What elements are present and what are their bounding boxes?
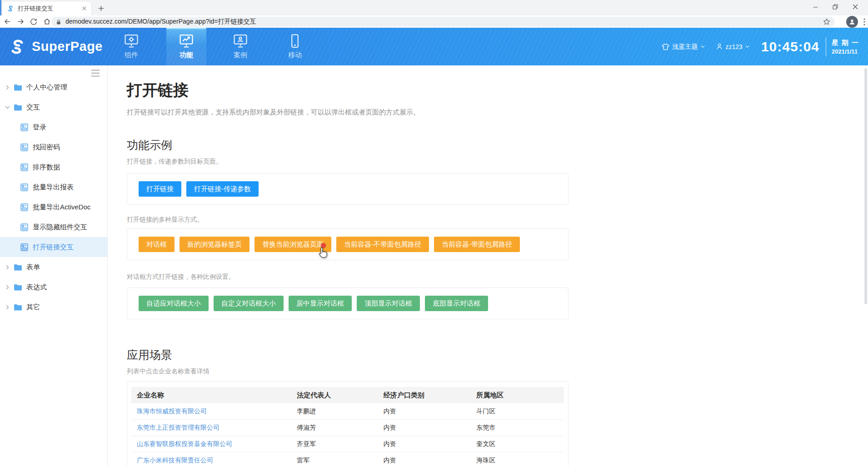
open-link-button[interactable]: 打开链接 [139,181,181,197]
folder-icon [14,283,22,291]
user-menu[interactable]: zz123 [716,43,749,50]
chevron-right-icon [6,85,10,90]
bookmark-star-icon[interactable] [823,18,830,25]
open-link-card: 打开链接 打开链接-传递参数 [127,173,569,205]
sidebar-item-recover-password[interactable]: 找回密码 [0,137,107,157]
table-row: 珠海市恒威投资有限公司 李鹏进 内资 斗门区 [131,403,564,420]
cell-economic-type: 内资 [378,424,471,432]
tab-components-label: 组件 [125,51,138,59]
restore-icon[interactable] [825,0,845,14]
username: zz123 [726,43,743,50]
url-bar[interactable]: demodev.succez.com/DEMO/app/SuperPage.ap… [51,17,835,27]
col-legal-representative: 法定代表人 [291,391,378,400]
col-company-name: 企业名称 [131,391,291,400]
sidebar-item-batch-export-activedoc[interactable]: 批量导出ActiveDoc [0,197,107,217]
window-close-icon[interactable] [845,0,865,14]
cell-legal-rep: 雷军 [291,456,378,465]
date-block: 星期一 2021/1/11 [832,39,862,55]
cell-region: 斗门区 [471,407,564,416]
refresh-icon[interactable] [28,16,40,27]
user-icon [716,43,723,50]
sidebar-group-form[interactable]: 表单 [0,257,107,277]
cell-economic-type: 内资 [378,456,471,465]
section-feature-heading: 功能示例 [127,138,569,153]
mobile-phone-icon [287,34,303,49]
sidebar-group-personal-center[interactable]: 个人中心管理 [0,77,107,97]
current-container-no-breadcrumb-button[interactable]: 当前容器-不带面包屑路径 [336,237,429,252]
profile-avatar[interactable] [846,16,858,28]
replace-current-page-button[interactable]: 替换当前浏览器页面 [254,237,331,252]
col-region: 所属地区 [471,391,564,400]
weekday: 星期一 [832,39,862,47]
browser-menu-icon[interactable] [863,18,865,25]
center-dialog-button[interactable]: 居中显示对话框 [289,296,352,311]
tab-cases[interactable]: 案例 [220,28,260,65]
page-icon [20,183,28,191]
sidebar-item-batch-export-report[interactable]: 批量导出报表 [0,177,107,197]
chevron-right-icon [6,285,10,290]
browser-toolbar: demodev.succez.com/DEMO/app/SuperPage.ap… [0,15,868,28]
chevron-right-icon [6,305,10,310]
company-table-card: 企业名称 法定代表人 经济户口类别 所属地区 珠海市恒威投资有限公司 李鹏进 内… [127,381,569,466]
folder-icon [14,263,22,271]
table-row: 山东赛智联股权投资基金有限公司 齐亚军 内资 奎文区 [131,436,564,452]
url-text: demodev.succez.com/DEMO/app/SuperPage.ap… [65,18,823,26]
sidebar-collapse-icon[interactable] [91,69,100,77]
tab-mobile[interactable]: 移动 [275,28,315,65]
theme-selector[interactable]: 浅蓝主题 [661,43,705,51]
forward-icon[interactable] [15,16,26,27]
sidebar-item-login[interactable]: 登录 [0,117,107,137]
auto-fit-dialog-button[interactable]: 自适应对话框大小 [139,296,209,311]
open-link-desc: 打开链接，传递参数到目标页面。 [127,158,569,166]
page-scrollbar[interactable] [864,68,867,304]
sidebar-group-expression[interactable]: 表达式 [0,277,107,297]
chevron-down-icon [6,105,10,110]
company-link[interactable]: 山东赛智联股权投资基金有限公司 [131,440,291,448]
sidebar-item-sort-data[interactable]: 排序数据 [0,157,107,177]
minimize-icon[interactable] [805,0,825,14]
sidebar: 个人中心管理 交互 登录 找回密码 排序数据 批量导出报表 批量导出Active… [0,65,108,466]
top-dialog-button[interactable]: 顶部显示对话框 [357,296,420,311]
monitor-chart-icon [178,34,195,49]
window-edge-accent [0,0,1,15]
monitor-gear-icon [123,34,140,49]
tab-components[interactable]: 组件 [111,28,151,65]
open-link-with-params-button[interactable]: 打开链接-传递参数 [186,181,259,197]
dialog-button[interactable]: 对话框 [139,237,175,252]
folder-icon [14,84,22,91]
new-tab-icon[interactable] [96,4,105,13]
app-header: SuperPage 组件 功能 案例 移动 浅蓝主题 [0,28,868,65]
page-icon [20,203,28,211]
chevron-down-icon [745,45,749,48]
current-container-with-breadcrumb-button[interactable]: 当前容器-带面包屑路径 [434,237,520,252]
company-link[interactable]: 东莞市上正投资管理有限公司 [131,424,291,432]
theme-shirt-icon [661,43,670,51]
tab-title: 打开链接交互 [18,5,80,13]
page-intro: 打开链接可以打开其他资源，支持系统内部对象及外部链接，可以以弹出框或者页面的方式… [127,108,569,117]
cell-legal-rep: 李鹏进 [291,407,378,416]
dialog-options-card: 自适应对话框大小 自定义对话框大小 居中显示对话框 顶部显示对话框 底部显示对话… [127,288,569,319]
section-scenario-heading: 应用场景 [127,347,569,362]
page-icon [20,144,28,151]
sidebar-item-show-hide-components[interactable]: 显示隐藏组件交互 [0,217,107,237]
company-link[interactable]: 珠海市恒威投资有限公司 [131,407,291,416]
new-browser-tab-button[interactable]: 新的浏览器标签页 [180,237,249,252]
bottom-dialog-button[interactable]: 底部显示对话框 [425,296,488,311]
tab-cases-label: 案例 [234,51,247,59]
tab-close-icon[interactable] [80,5,88,12]
sidebar-group-interaction[interactable]: 交互 [0,97,107,117]
tab-mobile-label: 移动 [288,51,302,59]
sidebar-group-other[interactable]: 其它 [0,297,107,317]
tab-features[interactable]: 功能 [166,28,206,65]
sidebar-item-open-link-interaction[interactable]: 打开链接交互 [0,237,107,257]
company-link[interactable]: 广东小米科技有限责任公司 [131,456,291,465]
cell-region: 海珠区 [471,456,564,465]
page-icon [20,223,28,231]
custom-size-dialog-button[interactable]: 自定义对话框大小 [214,296,284,311]
app-logo[interactable]: SuperPage [8,28,103,65]
main-content: 打开链接 打开链接可以打开其他资源，支持系统内部对象及外部链接，可以以弹出框或者… [108,65,868,466]
table-row: 广东小米科技有限责任公司 雷军 内资 海珠区 [131,452,564,466]
back-icon[interactable] [1,16,13,27]
browser-tab[interactable]: 打开链接交互 [2,1,92,15]
display-modes-card: 对话框 新的浏览器标签页 替换当前浏览器页面 当前容器-不带面包屑路径 当前容器… [127,228,569,260]
